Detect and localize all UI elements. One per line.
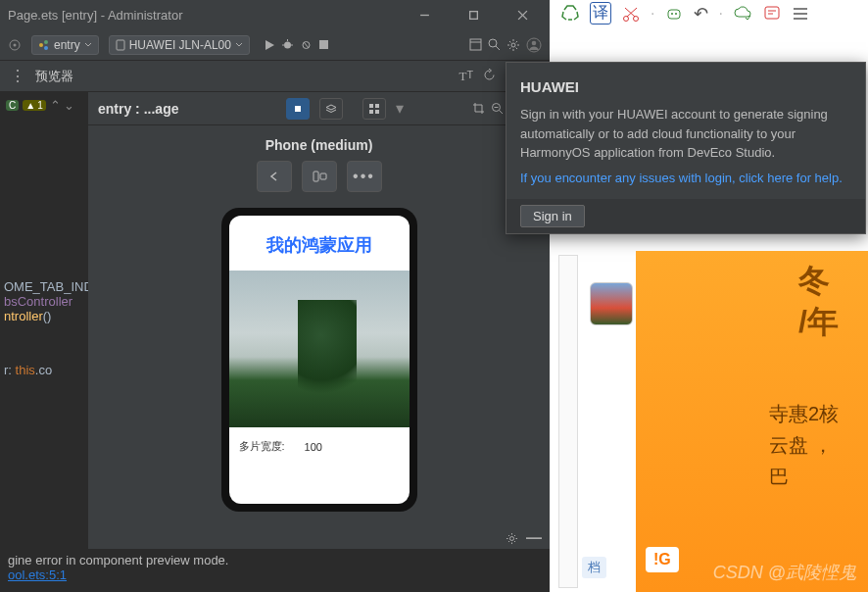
svg-point-20 [511, 43, 515, 47]
console[interactable]: gine error in component preview mode. oo… [0, 549, 550, 592]
slider-label: 多片宽度: [239, 439, 285, 454]
device-label: Phone (medium) [265, 137, 373, 153]
svg-point-45 [675, 13, 677, 15]
svg-line-42 [627, 8, 637, 17]
text-size-icon[interactable]: TT [458, 69, 473, 84]
svg-rect-26 [375, 104, 379, 108]
console-link[interactable]: ool.ets:5:1 [8, 567, 67, 582]
workspace: C ▲ 1 ⌃ ⌄ OME_TAB_IND bsController ntrol… [0, 92, 550, 549]
collapse-icon[interactable]: — [526, 529, 542, 547]
preview-tabbar: entry : ...age ▾ [88, 92, 550, 125]
undo-icon[interactable]: ↶ [694, 3, 708, 25]
ad-banner[interactable]: 冬 /年 寺惠2核 云盘 ， 巴 !G [636, 251, 868, 592]
svg-rect-36 [313, 172, 318, 181]
phone-frame: 我的鸿蒙应用 多片宽度: 100 [221, 208, 417, 512]
svg-point-18 [489, 39, 497, 47]
cloud-check-icon[interactable] [733, 4, 752, 24]
note-icon[interactable] [762, 4, 782, 24]
code-editor[interactable]: C ▲ 1 ⌃ ⌄ OME_TAB_IND bsController ntrol… [0, 92, 88, 549]
stop-button[interactable] [318, 39, 329, 50]
rotate-button[interactable] [302, 161, 337, 192]
translate-icon[interactable]: 译 [590, 2, 611, 25]
code-line: bsController [4, 294, 88, 309]
svg-point-7 [44, 40, 48, 44]
svg-rect-43 [668, 10, 680, 19]
svg-line-41 [625, 8, 635, 17]
slider-value: 100 [305, 441, 322, 453]
debug-button[interactable] [281, 38, 294, 51]
device-selector[interactable]: HUAWEI JLN-AL00 [109, 35, 250, 55]
ad-line: 云盘 ， [769, 429, 839, 461]
window-controls [405, 0, 542, 29]
module-selector[interactable]: entry [31, 35, 99, 55]
preview-toolbar: ⋮ 预览器 TT [0, 61, 550, 92]
app-image [229, 271, 410, 427]
ad-line: /年 [798, 302, 839, 343]
device-controls: ••• [257, 161, 382, 192]
preview-path: entry : ...age [98, 101, 178, 117]
svg-rect-28 [375, 110, 379, 114]
user-icon[interactable] [526, 37, 542, 53]
svg-rect-24 [295, 106, 301, 112]
code-badge: C [6, 100, 19, 111]
more-button[interactable]: ••• [347, 161, 382, 192]
refresh-icon[interactable] [483, 69, 496, 84]
device-name: HUAWEI JLN-AL00 [129, 38, 231, 52]
cut-icon[interactable] [621, 4, 641, 24]
recycle-icon[interactable] [560, 4, 580, 24]
console-line: gine error in component preview mode. [8, 553, 542, 567]
svg-line-19 [496, 46, 500, 50]
tab-chip[interactable]: 档 [582, 557, 606, 578]
signin-button[interactable]: Sign in [520, 205, 585, 227]
grid-button[interactable] [362, 98, 386, 120]
avatar-thumb[interactable] [590, 282, 633, 325]
popup-help-link[interactable]: If you encounter any issues with login, … [520, 171, 843, 185]
svg-rect-27 [369, 110, 373, 114]
svg-rect-15 [319, 40, 328, 49]
ad-line: 冬 [798, 261, 839, 302]
minimize-button[interactable] [405, 0, 444, 29]
layers-button[interactable] [319, 98, 343, 120]
popup-heading: HUAWEI [506, 63, 865, 105]
run-button[interactable] [264, 39, 275, 51]
back-button[interactable] [257, 161, 292, 192]
svg-point-40 [634, 16, 639, 21]
chevron-down-icon [84, 41, 92, 49]
ad-badge: !G [646, 547, 679, 572]
code-line: r: this.co [4, 363, 88, 377]
window-icon[interactable] [469, 38, 482, 51]
preview-label: 预览器 [35, 68, 73, 85]
svg-point-38 [510, 536, 514, 540]
code-line: ntroller() [4, 309, 88, 323]
search-icon[interactable] [488, 38, 501, 51]
overflow-icon[interactable]: ⋮ [10, 67, 25, 85]
close-button[interactable] [503, 0, 542, 29]
svg-point-8 [44, 46, 48, 50]
warning-badge[interactable]: ▲ 1 [23, 100, 45, 111]
svg-rect-1 [469, 11, 477, 19]
zoom-out-icon[interactable] [491, 102, 504, 115]
crop-icon[interactable] [472, 102, 485, 115]
svg-line-31 [500, 111, 504, 115]
menu-icon[interactable] [792, 5, 809, 23]
preview-bottombar: — [88, 527, 550, 549]
sidebar-bg [558, 255, 578, 588]
svg-rect-16 [470, 39, 481, 50]
watermark: CSDN @武陵悭鬼 [713, 561, 856, 584]
ide-window: Page.ets [entry] - Administrator entry H… [0, 0, 550, 592]
external-toolbar: 译 · ↶ · [560, 2, 809, 25]
svg-point-44 [671, 13, 673, 15]
titlebar: Page.ets [entry] - Administrator [0, 0, 550, 29]
app-title: 我的鸿蒙应用 [229, 216, 410, 271]
design-mode-button[interactable] [286, 98, 310, 120]
profile-button[interactable] [300, 38, 313, 51]
maximize-button[interactable] [454, 0, 493, 29]
bot-icon[interactable] [664, 4, 684, 24]
locate-icon[interactable] [8, 38, 22, 52]
svg-rect-46 [765, 7, 779, 19]
ad-line: 寺惠2核 [769, 398, 839, 429]
svg-point-6 [39, 43, 43, 47]
svg-point-39 [624, 16, 629, 21]
gear-icon[interactable] [506, 532, 518, 545]
gear-icon[interactable] [506, 38, 520, 52]
